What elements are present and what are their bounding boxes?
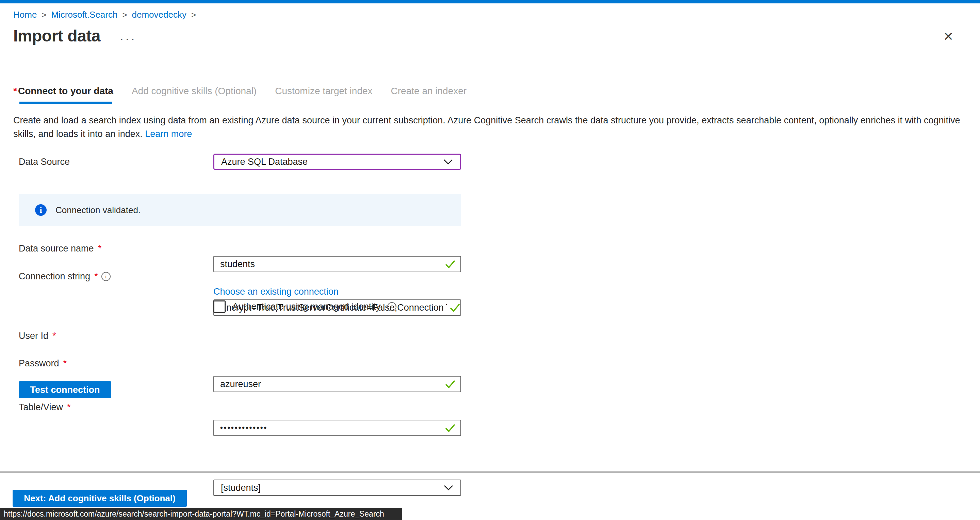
table-view-value: [students]: [221, 483, 261, 493]
breadcrumb: Home > Microsoft.Search > demovedecky >: [13, 10, 201, 20]
choose-existing-connection-link[interactable]: Choose an existing connection: [213, 287, 339, 297]
table-view-dropdown[interactable]: [students]: [213, 480, 461, 496]
label-text: Data source name: [19, 243, 94, 254]
connection-string-info-icon[interactable]: i: [102, 272, 111, 281]
label-text: Data Source: [19, 157, 70, 167]
connection-string-label: Connection string* i: [19, 271, 111, 282]
chevron-down-icon: [443, 485, 453, 491]
data-source-label: Data Source: [19, 157, 70, 167]
active-tab-underline: [19, 101, 112, 104]
status-url: https://docs.microsoft.com/azure/search/…: [4, 509, 384, 518]
tab-label: Connect to your data: [18, 86, 113, 96]
label-text: User Id: [19, 331, 48, 341]
password-field-wrap: [213, 420, 461, 436]
breadcrumb-separator: >: [37, 10, 51, 20]
tab-label: Customize target index: [275, 86, 372, 96]
chevron-down-icon: [443, 159, 453, 165]
valid-check-icon: [445, 423, 456, 432]
page-title: Import data: [13, 27, 100, 45]
password-input[interactable]: [213, 420, 461, 436]
valid-check-icon: [450, 303, 460, 312]
required-marker: *: [13, 86, 17, 96]
managed-identity-label: Authenticate using managed identity: [232, 301, 380, 312]
data-source-name-label: Data source name*: [19, 243, 102, 254]
managed-identity-row: Authenticate using managed identity i: [213, 300, 396, 313]
close-icon[interactable]: ✕: [943, 30, 953, 43]
tab-label: Create an indexer: [391, 86, 467, 96]
valid-check-icon: [445, 260, 456, 268]
tab-customize-target-index[interactable]: Customize target index: [275, 86, 372, 97]
required-marker: *: [94, 271, 98, 282]
banner-text: Connection validated.: [56, 205, 140, 216]
password-label: Password*: [19, 358, 67, 369]
next-add-cognitive-skills-button[interactable]: Next: Add cognitive skills (Optional): [13, 490, 187, 507]
intro-text: Create and load a search index using dat…: [13, 114, 966, 141]
wizard-tabs: *Connect to your data Add cognitive skil…: [13, 86, 466, 97]
data-source-name-input[interactable]: [213, 256, 461, 272]
required-marker: *: [98, 243, 102, 254]
footer-divider: [0, 471, 980, 473]
learn-more-link[interactable]: Learn more: [145, 129, 192, 139]
label-text: Password: [19, 358, 59, 369]
tab-add-cognitive-skills[interactable]: Add cognitive skills (Optional): [132, 86, 256, 97]
more-menu-icon[interactable]: ···: [120, 33, 137, 44]
test-connection-button[interactable]: Test connection: [19, 381, 111, 398]
user-id-label: User Id*: [19, 331, 56, 341]
browser-status-bar: https://docs.microsoft.com/azure/search/…: [0, 508, 402, 520]
required-marker: *: [63, 358, 67, 369]
required-marker: *: [67, 402, 71, 412]
required-marker: *: [52, 331, 56, 341]
data-source-value: Azure SQL Database: [221, 157, 308, 167]
managed-identity-info-icon[interactable]: i: [387, 302, 396, 311]
data-source-dropdown[interactable]: Azure SQL Database: [213, 154, 461, 170]
table-view-label: Table/View*: [19, 402, 71, 412]
user-id-field-wrap: [213, 376, 461, 392]
user-id-input[interactable]: [213, 376, 461, 392]
label-text: Connection string: [19, 271, 90, 282]
info-icon: i: [35, 204, 47, 216]
tab-label: Add cognitive skills (Optional): [132, 86, 256, 96]
valid-check-icon: [445, 380, 456, 388]
breadcrumb-microsoft-search[interactable]: Microsoft.Search: [51, 10, 118, 20]
data-source-name-field-wrap: [213, 256, 461, 272]
breadcrumb-demovedecky[interactable]: demovedecky: [132, 10, 186, 20]
tab-connect-to-your-data[interactable]: *Connect to your data: [13, 86, 113, 97]
portal-top-bar: [0, 0, 980, 3]
breadcrumb-separator: >: [186, 10, 201, 20]
managed-identity-checkbox[interactable]: [213, 300, 226, 313]
breadcrumb-separator: >: [118, 10, 132, 20]
label-text: Table/View: [19, 402, 63, 412]
connection-validated-banner: i Connection validated.: [19, 194, 461, 226]
breadcrumb-home[interactable]: Home: [13, 10, 37, 20]
tab-create-an-indexer[interactable]: Create an indexer: [391, 86, 467, 97]
import-data-page: Home > Microsoft.Search > demovedecky > …: [0, 0, 980, 520]
